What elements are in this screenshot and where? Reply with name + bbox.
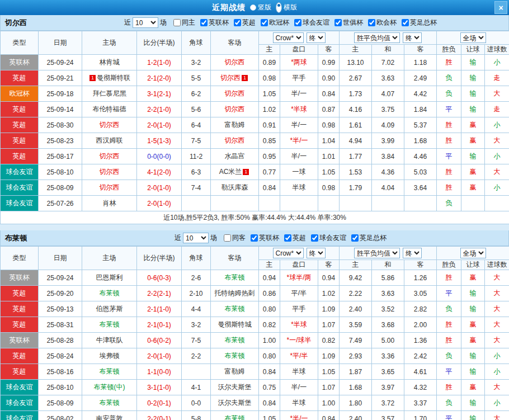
recent-count-select[interactable]: 10 [183,233,209,243]
league-filter-5[interactable]: 欧会杯 [368,18,397,27]
league-filter-0-checkbox[interactable] [251,234,258,242]
league-filter-4-checkbox[interactable] [334,19,342,26]
league-filter-3-checkbox[interactable] [294,19,301,26]
league-filter-2[interactable]: 球会友谊 [311,233,346,243]
layout-option-horizontal[interactable]: 横版 [276,2,297,13]
venue-filter-checkbox[interactable] [173,19,181,26]
odds-away-cell: 0.99 [318,55,340,70]
league-filter-5-checkbox[interactable] [368,19,375,26]
scope-select[interactable]: 全场 [460,248,486,258]
avg-away-cell: 4.32 [404,380,437,395]
team-name: 切尔西 [5,18,55,28]
match-row: 球会友谊25-08-10切尔西4-1(2-0)6-3AC米兰10.77一球1.0… [1,164,509,180]
odds-home-cell: 0.82 [259,317,280,333]
league-filter-1[interactable]: 英超 [284,233,306,243]
score-cell: 2-2(1-0) [137,102,182,117]
league-filter-4[interactable]: 世俱杯 [334,18,363,27]
league-badge: 英超 [1,317,39,333]
league-filter-3[interactable]: 球会友谊 [294,18,329,27]
league-filter-1[interactable]: 英超 [234,18,256,27]
odds-away-cell [318,196,340,211]
sub-column-header: 客 [404,260,437,270]
handicap-cell: *两球 [280,55,318,70]
league-filter-0-checkbox[interactable] [200,19,208,26]
match-date: 25-09-21 [39,70,82,86]
away-team-name: 沃尔夫斯堡 [218,399,252,407]
recent-suffix-label: 场 [210,233,217,243]
league-filter-1-checkbox[interactable] [284,234,291,242]
avg-time-select[interactable]: 终 [403,248,422,258]
handicap-cell: *平/半 [280,348,318,364]
odds-home-cell: 0.95 [259,149,280,164]
league-filter-2[interactable]: 欧冠杯 [261,18,289,27]
layout-option-vertical[interactable]: 竖版 [250,3,271,12]
titlebar-controls: 近期战绩 竖版 横版 [0,2,509,13]
avg-type-select[interactable]: 胜平负均值 [354,248,400,258]
recent-prefix-label: 近 [124,18,131,27]
league-filter-0[interactable]: 英联杯 [200,18,229,27]
score-cell: 2-0(1-0) [137,348,182,364]
avg-away-cell: 1.18 [404,55,437,70]
league-filter-2-checkbox[interactable] [311,234,318,242]
odds-away-cell: 0.84 [318,86,340,102]
away-team-name: 切尔西 [225,58,245,66]
league-badge: 英联杯 [1,55,39,70]
league-filter-1-label: 英超 [293,233,306,243]
goals-result-cell: 大 [485,164,509,180]
avg-home-cell: 1.80 [340,395,372,411]
match-row: 英超25-08-24埃弗顿2-0(1-0)2-2布莱顿0.80*平/半1.092… [1,348,509,364]
avg-draw-cell: 3.52 [372,301,404,317]
scope-select[interactable]: 全场 [460,32,486,43]
column-header: 比分(半场) [137,247,182,270]
league-filter-0[interactable]: 英联杯 [251,233,279,243]
avg-home-cell: 1.61 [340,117,372,133]
odds-company-select[interactable]: Crow* [273,32,304,43]
league-badge: 英联杯 [1,333,39,348]
venue-filter-checkbox[interactable] [224,234,231,242]
avg-type-select[interactable]: 胜平负均值 [354,32,400,43]
home-team-cell: 1曼彻斯特联 [82,70,137,86]
away-team-name: 布莱顿 [225,414,245,420]
league-badge: 英超 [1,301,39,317]
avg-time-select[interactable]: 终 [403,32,422,43]
league-filter-6-checkbox[interactable] [402,19,409,26]
avg-draw-cell [372,196,404,211]
recent-count-select[interactable]: 10 [133,17,158,28]
away-team-name: 沃尔夫斯堡 [218,383,252,391]
score-cell: 4-1(2-0) [137,164,182,180]
avg-away-cell: 3.64 [404,180,437,196]
column-header: 角球 [182,31,211,55]
home-team-name: 伯恩茅斯 [96,305,123,313]
league-filter-1-checkbox[interactable] [234,19,241,26]
match-row: 英超25-08-17切尔西0-0(0-0)11-2水晶宫0.95半/一1.011… [1,149,509,164]
home-team-name: 布莱顿(中) [94,383,125,391]
league-badge: 英超 [1,133,39,149]
league-filter-3[interactable]: 英足总杯 [351,233,387,243]
league-filter-2-checkbox[interactable] [261,19,268,26]
sub-column-header: 让球 [461,260,485,270]
avg-away-cell: 4.42 [404,86,437,102]
odds-home-cell: 0.89 [259,55,280,70]
home-team-cell: 切尔西 [82,180,137,196]
avg-draw-cell: 3.57 [372,411,404,420]
score-cell: 1-1(0-0) [137,364,182,380]
league-badge: 球会友谊 [1,380,39,395]
handicap-cell: 半球 [280,364,318,380]
odds-time-select[interactable]: 终 [307,32,326,43]
league-filter-6[interactable]: 英足总杯 [402,18,437,27]
score-cell: 0-0(0-0) [137,149,182,164]
venue-filter[interactable]: 同客 [224,233,246,243]
home-team-cell: 切尔西 [82,117,137,133]
radio-vertical-icon [250,4,256,11]
avg-away-cell: 2.42 [404,348,437,364]
venue-filter[interactable]: 同主 [173,18,195,27]
home-team-cell: 南安普敦 [82,411,137,420]
league-filter-3-checkbox[interactable] [351,234,359,242]
match-row: 球会友谊25-08-09布莱顿0-2(0-1)0-0沃尔夫斯堡0.84半球1.0… [1,395,509,411]
sub-column-header: 主 [340,45,372,55]
away-team-cell: 曼彻斯特城 [211,317,259,333]
close-button[interactable]: × [494,1,507,14]
radio-horizontal-label: 横版 [284,3,297,12]
odds-company-select[interactable]: Crow* [273,248,304,258]
odds-time-select[interactable]: 终 [307,248,326,258]
